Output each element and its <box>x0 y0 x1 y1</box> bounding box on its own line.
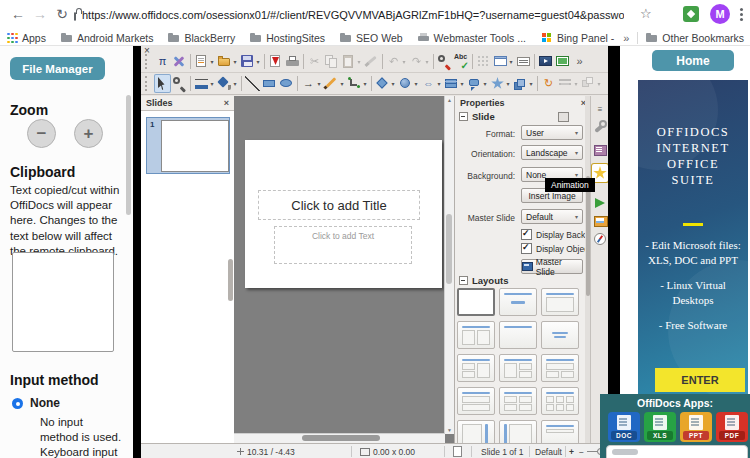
connector-button[interactable]: ▾ <box>346 74 369 93</box>
dropdown-arrow-icon[interactable]: ▾ <box>482 80 488 87</box>
extension-icon[interactable] <box>683 6 699 22</box>
layout-thumbnail[interactable] <box>457 321 495 349</box>
layouts-section-header[interactable]: Layouts <box>459 275 508 286</box>
fill-color-button[interactable]: ▾ <box>216 74 239 93</box>
document-modified-status[interactable] <box>453 444 462 458</box>
scroll-down-icon[interactable]: ▼ <box>445 427 454 433</box>
toolbar-grip[interactable] <box>145 54 150 69</box>
bookmark-item[interactable]: BlackBerry <box>168 32 235 44</box>
bookmark-item[interactable]: Apps <box>6 32 46 44</box>
panel-splitter-handle[interactable] <box>228 259 233 301</box>
dropdown-arrow-icon[interactable]: ▾ <box>209 58 215 65</box>
layout-thumbnail[interactable] <box>457 387 495 415</box>
close-icon[interactable]: × <box>224 98 229 108</box>
rotate-button[interactable]: ↻ <box>540 74 557 93</box>
app-tile-doc[interactable]: DOC <box>608 412 640 442</box>
save-button[interactable]: ▾ <box>239 52 262 71</box>
slide-page[interactable]: Click to add Title Click to add Text <box>245 140 442 288</box>
toolbar-overflow-button[interactable]: » <box>603 74 608 93</box>
navigator-tab[interactable] <box>592 230 608 248</box>
curve-button[interactable]: ▾ <box>323 74 346 93</box>
app-tile-xls[interactable]: XLS <box>644 412 676 442</box>
collapse-icon[interactable] <box>459 276 468 285</box>
profile-avatar[interactable]: M <box>710 4 730 24</box>
rectangle-button[interactable] <box>261 74 278 93</box>
slide-thumbnail[interactable]: 1 <box>146 117 230 174</box>
layout-thumbnail[interactable] <box>541 387 579 415</box>
layout-thumbnail[interactable] <box>457 354 495 382</box>
text-placeholder[interactable]: Click to add Text <box>274 226 412 264</box>
master-slide-dropdown[interactable]: Default <box>521 209 583 224</box>
find-replace-button[interactable] <box>436 52 453 71</box>
refresh-button[interactable]: ↻ <box>52 4 72 24</box>
dropdown-arrow-icon[interactable]: ▾ <box>401 58 407 65</box>
sidebar-menu-icon[interactable]: ≡ <box>592 100 608 118</box>
layout-thumbnail[interactable] <box>499 354 537 382</box>
dropdown-arrow-icon[interactable]: ▾ <box>424 58 430 65</box>
dropdown-arrow-icon[interactable]: ▾ <box>459 80 465 87</box>
dropdown-arrow-icon[interactable]: ▾ <box>362 80 368 87</box>
dropdown-arrow-icon[interactable]: ▾ <box>508 58 514 65</box>
ellipse-button[interactable] <box>278 74 295 93</box>
dropdown-arrow-icon[interactable]: ▾ <box>232 80 238 87</box>
app-tile-pdf[interactable]: PDF <box>716 412 748 442</box>
formula-button[interactable]: π <box>154 52 171 71</box>
flowchart-button[interactable]: ▾ <box>443 74 466 93</box>
export-pdf-button[interactable] <box>267 52 284 71</box>
display-objects-checkbox[interactable]: Display Objects <box>521 243 585 254</box>
browser-menu-icon[interactable] <box>740 13 743 16</box>
back-button[interactable]: ← <box>8 4 28 24</box>
bookmark-item[interactable]: SEO Web <box>340 32 403 44</box>
presentation-button[interactable] <box>554 52 571 71</box>
dropdown-arrow-icon[interactable]: ▾ <box>528 80 534 87</box>
line-style-button[interactable]: ▾ <box>193 74 216 93</box>
bookmark-item[interactable]: Android Markets <box>61 32 153 44</box>
insert-textbox-button[interactable] <box>515 52 532 71</box>
bookmark-item[interactable]: Webmaster Tools ... <box>418 32 526 44</box>
dropdown-arrow-icon[interactable]: ▾ <box>390 80 396 87</box>
bookmark-star-icon[interactable]: ☆ <box>640 6 652 21</box>
shapes-tab[interactable] <box>592 194 608 212</box>
select-button[interactable] <box>154 74 171 93</box>
dropdown-arrow-icon[interactable]: ▾ <box>413 80 419 87</box>
block-arrows-button[interactable]: ⇔▾ <box>420 74 443 93</box>
star-shapes-button[interactable]: ▾ <box>489 74 512 93</box>
orientation-dropdown[interactable]: Landscape <box>521 145 583 160</box>
master-slide-button[interactable]: Master Slide <box>521 259 583 274</box>
checkbox-icon[interactable] <box>521 229 532 240</box>
insert-table-button[interactable]: ▾ <box>492 52 515 71</box>
layout-thumbnail[interactable] <box>541 420 579 443</box>
clipboard-textarea[interactable] <box>12 252 114 352</box>
display-background-checkbox[interactable]: Display Background <box>521 229 585 240</box>
dropdown-arrow-icon[interactable]: ▾ <box>436 80 442 87</box>
zoom-in-button[interactable]: + <box>74 119 103 148</box>
slide-section-header[interactable]: Slide <box>459 111 495 122</box>
toolbar-overflow-button[interactable]: » <box>571 52 588 71</box>
slide-transition-tab[interactable] <box>592 141 608 159</box>
new-document-button[interactable]: ▾ <box>193 52 216 71</box>
fit-slide-button[interactable]: + <box>569 444 574 458</box>
horizontal-scrollbar-thumb[interactable] <box>302 435 380 441</box>
dropdown-arrow-icon[interactable]: ▾ <box>339 80 345 87</box>
gallery-tab[interactable] <box>592 212 608 230</box>
layout-thumbnail[interactable] <box>541 354 579 382</box>
layout-thumbnail[interactable] <box>541 321 579 349</box>
dropdown-arrow-icon[interactable]: ▾ <box>356 58 362 65</box>
slide-canvas[interactable]: Click to add Title Click to add Text ▲ ▼ <box>234 96 454 443</box>
collapse-icon[interactable] <box>459 112 468 121</box>
address-bar[interactable]: https://www.offidocs.com/osessionx01/#/c… <box>74 4 624 25</box>
bookmark-item[interactable]: Bing Panel - Herra... <box>541 32 615 44</box>
layout-thumbnail[interactable] <box>499 420 537 443</box>
input-method-none-radio[interactable] <box>12 398 23 409</box>
scroll-up-icon[interactable]: ▲ <box>445 97 454 103</box>
3d-objects-button[interactable]: ▾ <box>512 74 535 93</box>
dropdown-arrow-icon[interactable]: ▾ <box>596 80 602 87</box>
dropdown-arrow-icon[interactable]: ▾ <box>209 80 215 87</box>
properties-tab[interactable] <box>592 118 608 136</box>
sidebar-scrollbar[interactable] <box>126 95 131 215</box>
layout-thumbnail[interactable] <box>499 321 537 349</box>
insert-line-button[interactable] <box>244 74 261 93</box>
apps-input[interactable] <box>606 445 748 458</box>
horizontal-scrollbar[interactable] <box>234 433 445 443</box>
print-button[interactable] <box>284 52 301 71</box>
